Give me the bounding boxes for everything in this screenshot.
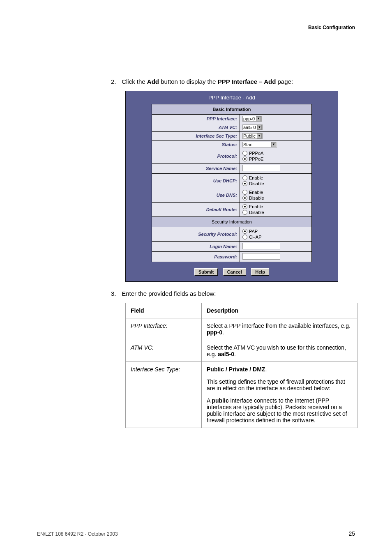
use-dhcp-enable-radio[interactable] (242, 175, 247, 180)
use-dhcp-disable-radio[interactable] (242, 181, 247, 186)
step-2-text-pre: Click the (122, 78, 147, 85)
section-security-header: Security Information (152, 217, 312, 227)
table-row: PPP Interface: Select a PPP interface fr… (126, 318, 357, 340)
use-dns-disable-text: Disable (249, 195, 264, 201)
footer-left: EN/LZT 108 6492 R2 - October 2003 (37, 531, 118, 537)
row-atm-vc-field: ATM VC: (126, 340, 202, 362)
chevron-down-icon: ▼ (257, 125, 262, 130)
screenshot-form-table: Basic Information PPP Interface: ppp-0▼ … (152, 104, 312, 262)
step-2-number: 2. (111, 78, 120, 85)
submit-button[interactable]: Submit (194, 268, 218, 276)
password-input[interactable] (242, 253, 280, 260)
step-3-text: Enter the provided fields as below: (122, 290, 216, 297)
default-route-label: Default Route: (152, 203, 240, 217)
step-2-text-post: page: (276, 78, 293, 85)
row-if-sec-type-desc: Public / Private / DMZ. This setting def… (202, 362, 357, 428)
row-atm-vc-desc: Select the ATM VC you wish to use for th… (202, 340, 357, 362)
header-section-title: Basic Configuration (308, 25, 355, 30)
row-ppp-interface-desc: Select a PPP interface from the availabl… (202, 318, 357, 340)
section-basic-header: Basic Information (152, 104, 312, 115)
login-name-label: Login Name: (152, 242, 240, 252)
use-dhcp-enable-text: Enable (249, 175, 263, 181)
sec-protocol-pap-text: PAP (249, 228, 258, 234)
step-2-bold-add: Add (147, 78, 159, 85)
step-3-number: 3. (111, 290, 120, 297)
step-2: 2. Click the Add button to display the P… (37, 78, 355, 85)
use-dns-enable-radio[interactable] (242, 190, 247, 195)
sec-protocol-pap-radio[interactable] (242, 229, 247, 234)
sec-protocol-chap-text: CHAP (249, 234, 262, 240)
chevron-down-icon: ▼ (256, 116, 261, 121)
if-sec-type-label: Interface Sec Type: (152, 132, 240, 140)
table-header-description: Description (202, 303, 357, 318)
ppp-interface-label: PPP Interface: (152, 115, 240, 123)
protocol-pppoe-text: PPPoE (249, 156, 263, 162)
use-dns-label: Use DNS: (152, 188, 240, 203)
login-name-input[interactable] (242, 243, 280, 249)
status-label: Status: (152, 140, 240, 149)
chevron-down-icon: ▼ (257, 134, 262, 138)
step-2-bold-title: PPP Interface – Add (218, 78, 276, 85)
atm-vc-select[interactable]: aal5-0▼ (242, 124, 263, 130)
row-ppp-interface-field: PPP Interface: (126, 318, 202, 340)
table-row: Interface Sec Type: Public / Private / D… (126, 362, 357, 428)
help-button[interactable]: Help (251, 268, 269, 276)
password-label: Password: (152, 252, 240, 262)
ppp-interface-select[interactable]: ppp-0▼ (242, 116, 262, 122)
footer-page-number: 25 (348, 530, 355, 537)
chevron-down-icon: ▼ (271, 142, 276, 147)
cancel-button[interactable]: Cancel (223, 268, 246, 276)
table-header-field: Field (126, 303, 202, 318)
protocol-pppoe-radio[interactable] (242, 157, 247, 161)
default-route-enable-text: Enable (249, 204, 263, 210)
if-sec-type-select[interactable]: Public▼ (242, 133, 263, 139)
sec-protocol-chap-radio[interactable] (242, 235, 247, 240)
default-route-enable-radio[interactable] (242, 204, 247, 209)
screenshot-title: PPP Interface - Add (126, 91, 338, 104)
use-dhcp-label: Use DHCP: (152, 174, 240, 188)
use-dhcp-disable-text: Disable (249, 181, 264, 187)
protocol-label: Protocol: (152, 149, 240, 164)
default-route-disable-text: Disable (249, 210, 264, 215)
use-dns-disable-radio[interactable] (242, 196, 247, 200)
protocol-pppoa-radio[interactable] (242, 151, 247, 156)
field-description-table: Field Description PPP Interface: Select … (125, 303, 357, 428)
table-row: ATM VC: Select the ATM VC you wish to us… (126, 340, 357, 362)
atm-vc-label: ATM VC: (152, 123, 240, 132)
service-name-input[interactable] (242, 165, 280, 171)
step-2-text-mid: button to display the (159, 78, 218, 85)
default-route-disable-radio[interactable] (242, 210, 247, 215)
ppp-add-screenshot: PPP Interface - Add Basic Information PP… (125, 91, 338, 282)
step-3: 3. Enter the provided fields as below: (37, 290, 355, 297)
row-if-sec-type-field: Interface Sec Type: (126, 362, 202, 428)
service-name-label: Service Name: (152, 164, 240, 174)
security-protocol-label: Security Protocol: (152, 227, 240, 242)
status-select[interactable]: Start▼ (242, 142, 277, 147)
use-dns-enable-text: Enable (249, 189, 263, 195)
protocol-pppoa-text: PPPoA (249, 150, 263, 156)
